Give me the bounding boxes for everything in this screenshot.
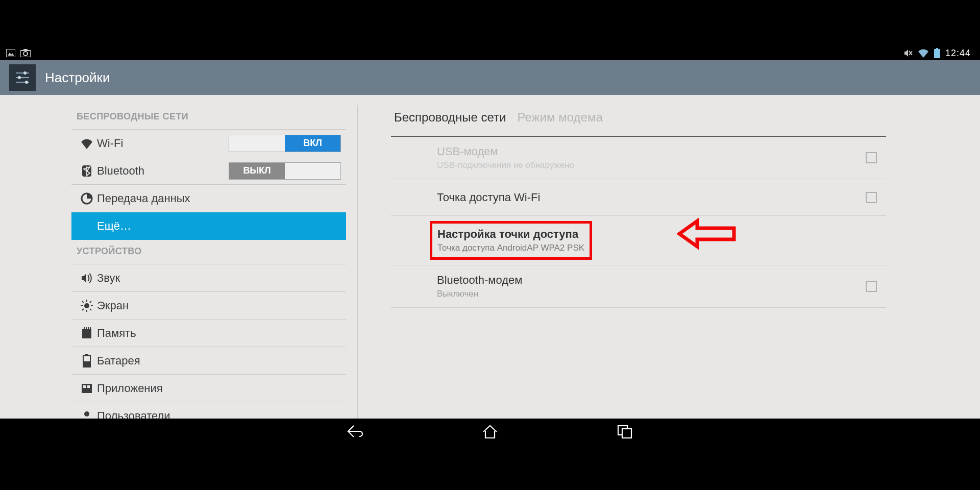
- nav-home-button[interactable]: [479, 420, 501, 443]
- setting-subtitle: USB-подключения не обнаружено: [437, 160, 866, 170]
- svg-rect-35: [83, 385, 86, 388]
- wifi-toggle[interactable]: ВКЛ: [229, 135, 341, 152]
- sidebar-item-apps[interactable]: Приложения: [71, 375, 346, 402]
- annotation-highlight-box: Настройка точки доступа Точка доступа An…: [430, 221, 592, 260]
- setting-title: Точка доступа Wi-Fi: [437, 191, 866, 204]
- section-wireless-header: БЕСПРОВОДНЫЕ СЕТИ: [71, 105, 346, 130]
- detail-panel: Беспроводные сети Режим модема USB-модем…: [358, 95, 980, 419]
- camera-icon: [20, 49, 31, 57]
- storage-icon: [77, 327, 97, 339]
- battery-status-icon: [934, 48, 940, 58]
- svg-rect-30: [90, 327, 91, 330]
- svg-rect-36: [87, 385, 90, 388]
- checkbox[interactable]: [866, 192, 877, 203]
- device-frame: 12:44 Настройки БЕСПРОВОДНЫЕ СЕТИ: [0, 46, 980, 444]
- mute-icon: [903, 48, 913, 58]
- svg-rect-34: [82, 384, 92, 393]
- sidebar-item-label: Передача данных: [97, 192, 341, 205]
- svg-rect-3: [23, 49, 28, 51]
- sidebar-item-label: Память: [97, 327, 341, 340]
- svg-rect-29: [88, 327, 89, 330]
- breadcrumb: Беспроводные сети Режим модема: [391, 105, 886, 137]
- checkbox: [866, 152, 877, 163]
- toggle-on-label: ВКЛ: [285, 135, 340, 152]
- sidebar-item-storage[interactable]: Память: [71, 320, 346, 347]
- breadcrumb-primary[interactable]: Беспроводные сети: [394, 110, 506, 125]
- data-usage-icon: [77, 192, 97, 205]
- apps-icon: [77, 383, 97, 394]
- sidebar-item-battery[interactable]: Батарея: [71, 347, 346, 375]
- breadcrumb-secondary: Режим модема: [518, 110, 603, 125]
- checkbox[interactable]: [866, 281, 877, 292]
- setting-row-ap-config[interactable]: Настройка точки доступа Точка доступа An…: [391, 216, 886, 260]
- sound-icon: [77, 273, 97, 284]
- content-area: БЕСПРОВОДНЫЕ СЕТИ Wi-Fi ВКЛ Blueto: [0, 95, 980, 419]
- section-device-header: УСТРОЙСТВО: [71, 240, 346, 264]
- sidebar-item-sound[interactable]: Звук: [71, 264, 346, 292]
- svg-point-37: [84, 411, 89, 416]
- sidebar-item-more[interactable]: Ещё…: [71, 212, 346, 240]
- bluetooth-icon: [77, 165, 97, 177]
- svg-rect-26: [82, 329, 91, 338]
- setting-row-bt-tether[interactable]: Bluetooth-модем Выключен: [391, 265, 886, 308]
- bluetooth-toggle[interactable]: ВЫКЛ: [229, 162, 341, 180]
- svg-marker-46: [679, 221, 734, 247]
- status-bar: 12:44: [0, 46, 980, 60]
- svg-line-23: [90, 309, 91, 310]
- svg-line-22: [82, 301, 84, 303]
- svg-rect-28: [86, 327, 87, 330]
- svg-line-24: [90, 301, 91, 303]
- picture-icon: [6, 49, 15, 57]
- sidebar-item-data[interactable]: Передача данных: [71, 185, 346, 212]
- wifi-icon: [77, 138, 97, 149]
- svg-rect-7: [936, 48, 938, 49]
- system-navbar: [0, 419, 980, 444]
- display-icon: [77, 300, 97, 312]
- settings-sidebar: БЕСПРОВОДНЫЕ СЕТИ Wi-Fi ВКЛ Blueto: [0, 95, 357, 419]
- sidebar-item-label: Приложения: [97, 382, 341, 395]
- svg-rect-48: [622, 429, 631, 438]
- setting-subtitle: Точка доступа AndroidAP WPA2 PSK: [437, 243, 584, 253]
- status-clock: 12:44: [945, 48, 971, 59]
- sidebar-item-label: Звук: [97, 272, 341, 285]
- sidebar-item-label: Экран: [97, 299, 341, 312]
- sidebar-item-bluetooth[interactable]: Bluetooth ВЫКЛ: [71, 157, 346, 185]
- sidebar-item-users[interactable]: Пользователи: [71, 402, 346, 419]
- sidebar-item-label: Батарея: [97, 354, 341, 368]
- svg-point-17: [84, 303, 89, 308]
- nav-back-button[interactable]: [344, 420, 366, 443]
- sidebar-item-label: Пользователи: [97, 409, 341, 419]
- sidebar-item-wifi[interactable]: Wi-Fi ВКЛ: [71, 130, 346, 157]
- app-bar: Настройки: [0, 60, 980, 95]
- wifi-status-icon: [918, 48, 929, 58]
- sidebar-item-label: Ещё…: [97, 219, 341, 233]
- svg-rect-0: [6, 49, 15, 57]
- appbar-title: Настройки: [45, 70, 110, 86]
- sidebar-item-display[interactable]: Экран: [71, 292, 346, 320]
- users-icon: [77, 410, 97, 419]
- setting-row-wifi-ap[interactable]: Точка доступа Wi-Fi: [391, 179, 886, 216]
- nav-recents-button[interactable]: [614, 420, 636, 443]
- svg-point-12: [18, 76, 21, 79]
- setting-subtitle: Выключен: [437, 289, 866, 299]
- battery-icon: [77, 354, 97, 368]
- sidebar-item-label: Bluetooth: [97, 164, 229, 178]
- svg-line-25: [82, 309, 84, 310]
- svg-rect-8: [934, 49, 940, 58]
- settings-list: USB-модем USB-подключения не обнаружено …: [391, 137, 886, 308]
- annotation-arrow-icon: [677, 218, 738, 252]
- setting-title: USB-модем: [437, 145, 866, 158]
- setting-title: Настройка точки доступа: [437, 228, 584, 241]
- settings-app-icon: [9, 64, 36, 91]
- svg-marker-1: [8, 53, 14, 56]
- setting-title: Bluetooth-модем: [437, 274, 866, 287]
- sidebar-item-label: Wi-Fi: [97, 137, 229, 150]
- svg-rect-27: [84, 327, 85, 330]
- setting-row-usb-tether: USB-модем USB-подключения не обнаружено: [391, 137, 886, 179]
- svg-point-14: [25, 81, 28, 84]
- svg-point-10: [23, 71, 27, 75]
- svg-point-4: [23, 52, 28, 56]
- toggle-off-label: ВЫКЛ: [229, 163, 285, 179]
- svg-rect-33: [83, 361, 90, 367]
